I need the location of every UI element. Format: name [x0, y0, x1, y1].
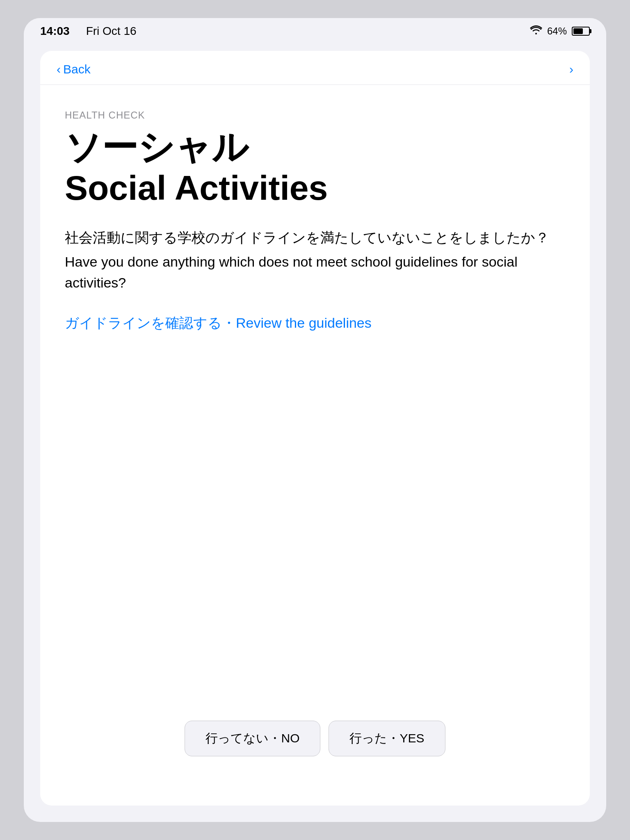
- answer-section: 行ってない・NO 行った・YES: [65, 696, 565, 789]
- health-check-label: HEALTH CHECK: [65, 110, 565, 121]
- description-japanese: 社会活動に関する学校のガイドラインを満たしていないことをしましたか？: [65, 227, 565, 248]
- description: 社会活動に関する学校のガイドラインを満たしていないことをしましたか？ Have …: [65, 227, 565, 293]
- battery-fill: [573, 28, 583, 34]
- yes-button[interactable]: 行った・YES: [329, 721, 445, 756]
- description-english: Have you done anything which does not me…: [65, 251, 565, 293]
- chevron-right-icon: ›: [569, 62, 573, 76]
- guidelines-link[interactable]: ガイドラインを確認する・Review the guidelines: [65, 314, 565, 333]
- forward-button[interactable]: ›: [569, 62, 573, 76]
- status-left: 14:03 Fri Oct 16: [40, 25, 137, 38]
- status-date-text: Fri Oct 16: [86, 25, 137, 38]
- status-right: 64%: [530, 25, 590, 37]
- content-area: HEALTH CHECK ソーシャル Social Activities 社会活…: [40, 85, 590, 806]
- device-frame: 14:03 Fri Oct 16 64% ‹: [24, 18, 606, 822]
- status-time: 14:03: [40, 25, 70, 38]
- chevron-left-icon: ‹: [57, 62, 61, 76]
- main-card: ‹ Back › HEALTH CHECK ソーシャル Social Activ…: [40, 51, 590, 806]
- status-bar: 14:03 Fri Oct 16 64%: [24, 18, 606, 43]
- nav-bar: ‹ Back ›: [40, 51, 590, 85]
- title-japanese: ソーシャル: [65, 128, 565, 167]
- back-button[interactable]: ‹ Back: [57, 62, 91, 76]
- back-label: Back: [63, 62, 91, 76]
- title-english: Social Activities: [65, 169, 565, 207]
- battery-percent: 64%: [547, 25, 567, 37]
- no-button[interactable]: 行ってない・NO: [185, 721, 320, 756]
- battery-icon: [572, 27, 590, 36]
- wifi-icon: [530, 25, 542, 37]
